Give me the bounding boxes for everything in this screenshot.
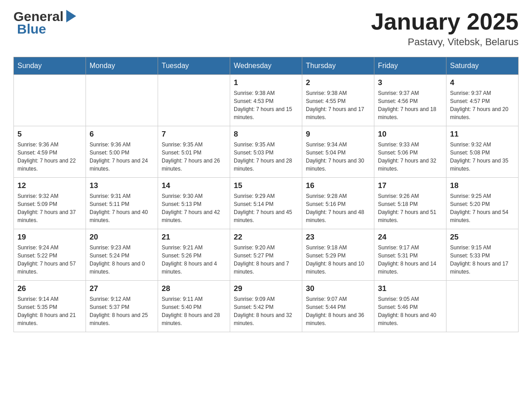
calendar-header-row: SundayMondayTuesdayWednesdayThursdayFrid…	[14, 57, 519, 75]
day-of-week-header: Thursday	[302, 57, 374, 75]
calendar-day-cell: 8Sunrise: 9:35 AMSunset: 5:03 PMDaylight…	[230, 126, 302, 178]
day-number: 10	[378, 130, 442, 139]
calendar-day-cell	[14, 75, 86, 126]
day-number: 22	[234, 233, 298, 242]
calendar-day-cell: 4Sunrise: 9:37 AMSunset: 4:57 PMDaylight…	[446, 75, 519, 126]
day-of-week-header: Monday	[86, 57, 158, 75]
calendar-day-cell: 19Sunrise: 9:24 AMSunset: 5:22 PMDayligh…	[14, 229, 86, 281]
day-of-week-header: Wednesday	[230, 57, 302, 75]
day-number: 25	[450, 233, 515, 242]
calendar-day-cell: 26Sunrise: 9:14 AMSunset: 5:35 PMDayligh…	[14, 281, 86, 332]
day-number: 2	[306, 78, 370, 87]
day-number: 12	[17, 181, 82, 190]
day-number: 9	[306, 130, 370, 139]
day-info: Sunrise: 9:32 AMSunset: 5:09 PMDaylight:…	[17, 192, 82, 224]
day-info: Sunrise: 9:14 AMSunset: 5:35 PMDaylight:…	[17, 295, 82, 327]
day-of-week-header: Friday	[374, 57, 446, 75]
day-number: 19	[17, 233, 82, 242]
day-number: 17	[378, 181, 442, 190]
day-number: 3	[378, 78, 442, 87]
day-number: 28	[162, 284, 226, 293]
day-info: Sunrise: 9:07 AMSunset: 5:44 PMDaylight:…	[306, 295, 370, 327]
calendar-day-cell	[446, 281, 519, 332]
day-number: 24	[378, 233, 442, 242]
day-number: 20	[90, 233, 154, 242]
calendar-week-row: 12Sunrise: 9:32 AMSunset: 5:09 PMDayligh…	[14, 178, 519, 229]
day-info: Sunrise: 9:12 AMSunset: 5:37 PMDaylight:…	[90, 295, 154, 327]
day-info: Sunrise: 9:38 AMSunset: 4:55 PMDaylight:…	[306, 89, 370, 121]
calendar-day-cell: 2Sunrise: 9:38 AMSunset: 4:55 PMDaylight…	[302, 75, 374, 126]
calendar-day-cell	[158, 75, 230, 126]
day-of-week-header: Tuesday	[158, 57, 230, 75]
calendar-day-cell: 24Sunrise: 9:17 AMSunset: 5:31 PMDayligh…	[374, 229, 446, 281]
calendar-table: SundayMondayTuesdayWednesdayThursdayFrid…	[13, 57, 519, 332]
day-info: Sunrise: 9:36 AMSunset: 5:00 PMDaylight:…	[90, 141, 154, 173]
day-number: 26	[17, 284, 82, 293]
day-number: 1	[234, 78, 298, 87]
calendar-day-cell: 23Sunrise: 9:18 AMSunset: 5:29 PMDayligh…	[302, 229, 374, 281]
day-info: Sunrise: 9:35 AMSunset: 5:03 PMDaylight:…	[234, 141, 298, 173]
day-info: Sunrise: 9:20 AMSunset: 5:27 PMDaylight:…	[234, 244, 298, 276]
day-info: Sunrise: 9:15 AMSunset: 5:33 PMDaylight:…	[450, 244, 515, 276]
day-info: Sunrise: 9:05 AMSunset: 5:46 PMDaylight:…	[378, 295, 442, 327]
day-info: Sunrise: 9:37 AMSunset: 4:56 PMDaylight:…	[378, 89, 442, 121]
calendar-day-cell: 17Sunrise: 9:26 AMSunset: 5:18 PMDayligh…	[374, 178, 446, 229]
day-number: 6	[90, 130, 154, 139]
calendar-day-cell: 29Sunrise: 9:09 AMSunset: 5:42 PMDayligh…	[230, 281, 302, 332]
calendar-day-cell: 10Sunrise: 9:33 AMSunset: 5:06 PMDayligh…	[374, 126, 446, 178]
day-number: 7	[162, 130, 226, 139]
calendar-week-row: 26Sunrise: 9:14 AMSunset: 5:35 PMDayligh…	[14, 281, 519, 332]
svg-marker-0	[66, 10, 76, 22]
day-info: Sunrise: 9:17 AMSunset: 5:31 PMDaylight:…	[378, 244, 442, 276]
day-info: Sunrise: 9:32 AMSunset: 5:08 PMDaylight:…	[450, 141, 515, 173]
day-number: 4	[450, 78, 515, 87]
calendar-day-cell: 20Sunrise: 9:23 AMSunset: 5:24 PMDayligh…	[86, 229, 158, 281]
day-number: 31	[378, 284, 442, 293]
day-number: 21	[162, 233, 226, 242]
calendar-week-row: 1Sunrise: 9:38 AMSunset: 4:53 PMDaylight…	[14, 75, 519, 126]
calendar-day-cell: 25Sunrise: 9:15 AMSunset: 5:33 PMDayligh…	[446, 229, 519, 281]
day-number: 23	[306, 233, 370, 242]
day-number: 30	[306, 284, 370, 293]
day-number: 13	[90, 181, 154, 190]
day-info: Sunrise: 9:34 AMSunset: 5:04 PMDaylight:…	[306, 141, 370, 173]
day-number: 27	[90, 284, 154, 293]
calendar-day-cell: 13Sunrise: 9:31 AMSunset: 5:11 PMDayligh…	[86, 178, 158, 229]
day-info: Sunrise: 9:38 AMSunset: 4:53 PMDaylight:…	[234, 89, 298, 121]
day-info: Sunrise: 9:29 AMSunset: 5:14 PMDaylight:…	[234, 192, 298, 224]
day-info: Sunrise: 9:35 AMSunset: 5:01 PMDaylight:…	[162, 141, 226, 173]
day-info: Sunrise: 9:11 AMSunset: 5:40 PMDaylight:…	[162, 295, 226, 327]
logo-blue-text: Blue	[17, 21, 46, 37]
logo-triangle-icon	[64, 10, 78, 23]
day-of-week-header: Saturday	[446, 57, 519, 75]
day-info: Sunrise: 9:36 AMSunset: 4:59 PMDaylight:…	[17, 141, 82, 173]
day-number: 14	[162, 181, 226, 190]
calendar-day-cell: 31Sunrise: 9:05 AMSunset: 5:46 PMDayligh…	[374, 281, 446, 332]
day-of-week-header: Sunday	[14, 57, 86, 75]
calendar-day-cell: 21Sunrise: 9:21 AMSunset: 5:26 PMDayligh…	[158, 229, 230, 281]
day-info: Sunrise: 9:30 AMSunset: 5:13 PMDaylight:…	[162, 192, 226, 224]
page-header: General Blue January 2025 Pastavy, Viteb…	[13, 9, 519, 48]
day-info: Sunrise: 9:31 AMSunset: 5:11 PMDaylight:…	[90, 192, 154, 224]
day-info: Sunrise: 9:28 AMSunset: 5:16 PMDaylight:…	[306, 192, 370, 224]
day-info: Sunrise: 9:24 AMSunset: 5:22 PMDaylight:…	[17, 244, 82, 276]
day-info: Sunrise: 9:23 AMSunset: 5:24 PMDaylight:…	[90, 244, 154, 276]
calendar-day-cell: 5Sunrise: 9:36 AMSunset: 4:59 PMDaylight…	[14, 126, 86, 178]
month-title: January 2025	[371, 9, 519, 34]
day-info: Sunrise: 9:09 AMSunset: 5:42 PMDaylight:…	[234, 295, 298, 327]
calendar-week-row: 19Sunrise: 9:24 AMSunset: 5:22 PMDayligh…	[14, 229, 519, 281]
day-number: 15	[234, 181, 298, 190]
calendar-day-cell: 7Sunrise: 9:35 AMSunset: 5:01 PMDaylight…	[158, 126, 230, 178]
calendar-day-cell: 9Sunrise: 9:34 AMSunset: 5:04 PMDaylight…	[302, 126, 374, 178]
calendar-day-cell: 12Sunrise: 9:32 AMSunset: 5:09 PMDayligh…	[14, 178, 86, 229]
calendar-week-row: 5Sunrise: 9:36 AMSunset: 4:59 PMDaylight…	[14, 126, 519, 178]
calendar-day-cell: 27Sunrise: 9:12 AMSunset: 5:37 PMDayligh…	[86, 281, 158, 332]
day-info: Sunrise: 9:33 AMSunset: 5:06 PMDaylight:…	[378, 141, 442, 173]
day-number: 5	[17, 130, 82, 139]
day-number: 8	[234, 130, 298, 139]
calendar-day-cell: 6Sunrise: 9:36 AMSunset: 5:00 PMDaylight…	[86, 126, 158, 178]
calendar-day-cell	[86, 75, 158, 126]
calendar-day-cell: 28Sunrise: 9:11 AMSunset: 5:40 PMDayligh…	[158, 281, 230, 332]
calendar-day-cell: 14Sunrise: 9:30 AMSunset: 5:13 PMDayligh…	[158, 178, 230, 229]
logo: General Blue	[13, 9, 78, 37]
